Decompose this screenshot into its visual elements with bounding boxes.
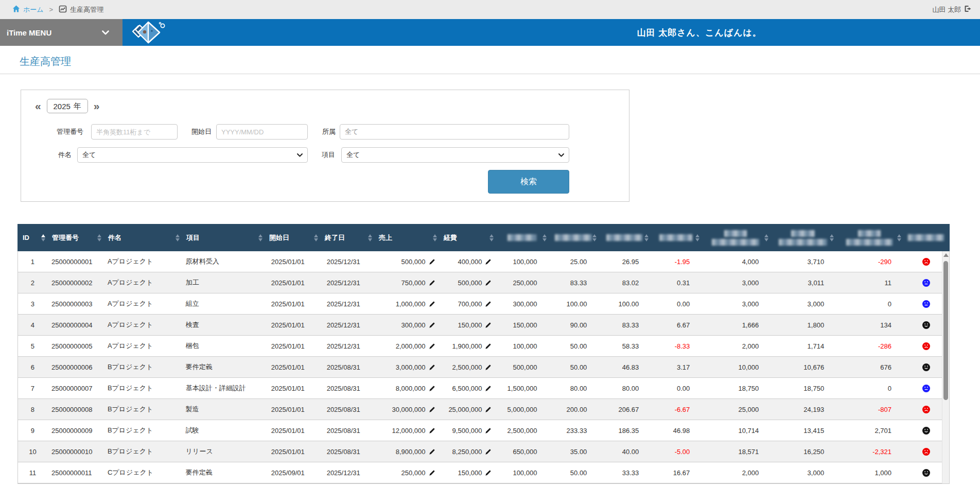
cell-col9: 500,000 (495, 357, 548, 377)
scroll-up-icon[interactable] (943, 253, 949, 257)
column-header-col11[interactable] (598, 224, 650, 251)
breadcrumb-home-link[interactable]: ホーム (12, 5, 44, 14)
edit-uriage-button[interactable] (429, 448, 435, 455)
cell-col10: 200.00 (548, 399, 598, 420)
edit-keihi-button[interactable] (485, 322, 492, 328)
prev-year-button[interactable]: « (35, 99, 41, 113)
cell-col13: 2,000 (701, 336, 770, 356)
sort-icon (897, 234, 901, 241)
cell-kanri-bango: 25000000003 (47, 293, 103, 314)
edit-keihi-button[interactable] (485, 448, 492, 455)
sort-icon (695, 234, 699, 241)
logout-icon[interactable] (964, 5, 972, 14)
column-header-col16[interactable] (903, 224, 949, 251)
cell-kaishibi: 2025/01/01 (265, 293, 320, 314)
search-button[interactable]: 検索 (488, 170, 569, 194)
column-header-kanri-bango[interactable]: 管理番号 (47, 224, 103, 251)
user-area: 山田 太郎 (932, 5, 972, 14)
column-header-komoku[interactable]: 項目 (181, 224, 264, 251)
edit-keihi-button[interactable] (485, 364, 492, 371)
edit-uriage-button[interactable] (429, 406, 435, 413)
year-value: 2025 (54, 102, 71, 111)
cell-col13: 18,571 (701, 441, 770, 462)
edit-uriage-button[interactable] (429, 280, 435, 286)
edit-keihi-button[interactable] (485, 385, 492, 392)
column-header-shuryobi[interactable]: 終了日 (320, 224, 374, 251)
scrollbar-thumb[interactable] (943, 261, 948, 400)
edit-keihi-button[interactable] (485, 258, 492, 265)
column-header-col9[interactable] (495, 224, 548, 251)
home-icon (12, 5, 20, 14)
item-select[interactable]: 全て (341, 147, 569, 163)
cell-col13: 2,000 (701, 462, 770, 483)
cell-id: 11 (18, 462, 47, 483)
cell-kanri-bango: 25000000010 (47, 441, 103, 462)
cell-col9: 250,000 (495, 272, 548, 293)
column-header-label: 管理番号 (47, 233, 79, 242)
edit-keihi-button[interactable] (485, 343, 492, 350)
edit-uriage-button[interactable] (429, 301, 435, 307)
column-header-col15[interactable] (835, 224, 903, 251)
department-input[interactable] (340, 124, 569, 140)
table-row: 525000000005Aプロジェクト梱包2025/01/012025/12/3… (18, 336, 949, 357)
cell-shuryobi: 2025/08/31 (320, 378, 374, 398)
table-scrollbar[interactable] (942, 251, 949, 483)
edit-uriage-button[interactable] (429, 258, 435, 265)
edit-uriage-button[interactable] (429, 343, 435, 350)
start-date-input[interactable] (216, 124, 308, 140)
redacted-header-text (650, 234, 701, 241)
edit-uriage-button[interactable] (429, 470, 435, 476)
cell-col14: 16,250 (770, 441, 835, 462)
cell-col15: 0 (835, 378, 903, 398)
itime-menu-button[interactable]: iTime MENU (0, 19, 122, 46)
cell-col14: 10,676 (770, 357, 835, 377)
cell-col11: 40.00 (598, 441, 650, 462)
column-header-label: 経費 (439, 233, 457, 242)
column-header-id[interactable]: ID (18, 224, 47, 251)
cell-komoku: 検査 (182, 315, 265, 335)
neutral-face-icon (922, 279, 930, 287)
project-select[interactable]: 全て (77, 147, 308, 163)
edit-uriage-button[interactable] (429, 322, 435, 328)
edit-keihi-button[interactable] (485, 406, 492, 413)
edit-keihi-button[interactable] (485, 280, 492, 286)
page: ホーム > 生産高管理 山田 太郎 iTime MENU (0, 0, 980, 486)
edit-uriage-button[interactable] (429, 385, 435, 392)
cell-col14: 3,000 (770, 462, 835, 483)
cell-kaishibi: 2025/01/01 (265, 441, 320, 462)
cell-col13: 4,000 (701, 251, 770, 272)
edit-keihi-button[interactable] (485, 427, 492, 434)
column-header-col10[interactable] (548, 224, 598, 251)
year-display[interactable]: 2025 年 (47, 99, 88, 113)
column-header-uriage[interactable]: 売上 (374, 224, 439, 251)
edit-keihi-button[interactable] (485, 470, 492, 476)
column-header-col13[interactable] (701, 224, 770, 251)
edit-uriage-button[interactable] (429, 427, 435, 434)
edit-keihi-button[interactable] (485, 301, 492, 307)
cell-komoku: 梱包 (182, 336, 265, 356)
cell-komoku: 加工 (182, 272, 265, 293)
column-header-kenmei[interactable]: 件名 (103, 224, 181, 251)
cell-col12: -6.67 (650, 399, 701, 420)
cell-col9: 100,000 (495, 336, 548, 356)
year-navigation: « 2025 年 » (35, 99, 99, 113)
table-row: 725000000007Bプロジェクト基本設計・詳細設計2025/01/0120… (18, 378, 949, 399)
cell-shuryobi: 2025/08/31 (320, 357, 374, 377)
item-label: 項目 (322, 147, 335, 163)
cell-kaishibi: 2025/01/01 (265, 272, 320, 293)
cell-col12: 0.00 (650, 378, 701, 398)
edit-uriage-button[interactable] (429, 364, 435, 371)
cell-col12: 3.17 (650, 357, 701, 377)
column-header-col12[interactable] (650, 224, 701, 251)
next-year-button[interactable]: » (94, 99, 100, 113)
cell-keihi: 1,900,000 (439, 336, 496, 356)
redacted-header-text (598, 234, 650, 241)
column-header-kaishibi[interactable]: 開始日 (264, 224, 320, 251)
cell-kanri-bango: 25000000006 (47, 357, 103, 377)
control-number-input[interactable] (91, 124, 178, 140)
cell-kaishibi: 2025/01/01 (265, 336, 320, 356)
column-header-col14[interactable] (770, 224, 835, 251)
column-header-keihi[interactable]: 経費 (439, 224, 495, 251)
cell-uriage: 1,000,000 (374, 293, 439, 314)
cell-col11: 80.00 (598, 378, 650, 398)
